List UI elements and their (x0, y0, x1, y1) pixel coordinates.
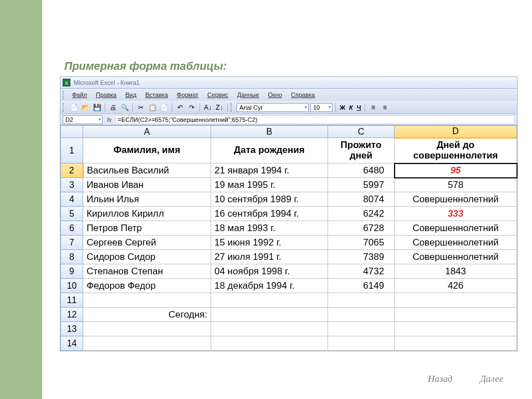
cell[interactable] (211, 293, 328, 308)
toolbar-handle-icon[interactable] (63, 103, 65, 112)
cell[interactable]: 7065 (328, 236, 394, 250)
row-header[interactable]: 9 (61, 264, 83, 279)
cell[interactable]: 7389 (328, 250, 394, 264)
toolbar-handle-icon[interactable] (63, 90, 65, 99)
align-left-icon[interactable]: ≡ (368, 103, 378, 112)
cell[interactable]: 426 (395, 279, 517, 293)
cell[interactable]: Совершеннолетний (395, 192, 517, 207)
save-icon[interactable]: 💾 (92, 103, 102, 112)
preview-icon[interactable]: 🔍 (120, 103, 130, 112)
cell[interactable]: Петров Петр (83, 221, 211, 236)
cell[interactable]: 19 мая 1995 г. (211, 178, 328, 192)
row-header[interactable]: 13 (61, 322, 83, 336)
paste-icon[interactable]: 📄 (159, 103, 169, 112)
menu-file[interactable]: Файл (68, 90, 91, 99)
cell[interactable]: Дата рождения (211, 138, 328, 163)
align-center-icon[interactable]: ≡ (380, 103, 390, 112)
fx-label[interactable]: fx (107, 116, 112, 123)
cell[interactable]: 18 мая 1993 г. (211, 221, 328, 236)
sort-asc-icon[interactable]: A↓ (203, 103, 213, 112)
menu-data[interactable]: Данные (233, 90, 263, 99)
cell[interactable]: 18 декабря 1994 г. (211, 279, 328, 293)
col-header-D[interactable]: D (395, 126, 517, 138)
row-header[interactable]: 1 (61, 138, 83, 163)
cell[interactable]: 27 июля 1991 г. (211, 250, 328, 264)
cell[interactable] (83, 322, 211, 336)
cell[interactable] (395, 293, 517, 308)
print-icon[interactable]: 🖨 (108, 103, 118, 112)
col-header-B[interactable]: B (211, 126, 328, 138)
cell[interactable]: 15 июня 1992 г. (211, 236, 328, 250)
menu-view[interactable]: Вид (121, 90, 140, 99)
cell[interactable] (395, 308, 517, 322)
row-header[interactable]: 7 (61, 236, 83, 250)
cell[interactable]: Ильин Илья (83, 192, 211, 207)
cell[interactable]: Сидоров Сидор (83, 250, 211, 264)
cell[interactable]: 5997 (328, 178, 394, 192)
cell[interactable]: Совершеннолетний (395, 250, 517, 264)
select-all-corner[interactable] (61, 126, 83, 138)
menu-edit[interactable]: Правка (92, 90, 120, 99)
cell[interactable]: 6149 (328, 279, 394, 293)
col-header-C[interactable]: C (328, 126, 394, 138)
row-header[interactable]: 3 (61, 178, 83, 192)
cell[interactable] (211, 322, 328, 336)
menu-tools[interactable]: Сервис (203, 90, 232, 99)
grid[interactable]: A B C D 1 Фамилия, имя Дата рождения Про… (60, 125, 517, 351)
underline-button[interactable]: Ч (356, 104, 362, 111)
cell[interactable]: 21 января 1994 г. (211, 163, 328, 178)
cell[interactable]: 04 ноября 1998 г. (211, 264, 328, 279)
cell[interactable] (395, 336, 517, 351)
cell[interactable]: 6242 (328, 207, 394, 221)
cell[interactable]: Федоров Федор (83, 279, 211, 293)
row-header[interactable]: 10 (61, 279, 83, 293)
cell[interactable] (83, 336, 211, 351)
menu-format[interactable]: Формат (173, 90, 202, 99)
row-header[interactable]: 5 (61, 207, 83, 221)
bold-button[interactable]: Ж (339, 104, 346, 111)
cell[interactable]: 578 (395, 178, 517, 192)
cell[interactable]: Иванов Иван (83, 178, 211, 192)
cell[interactable] (83, 293, 211, 308)
cell[interactable]: 8074 (328, 192, 394, 207)
undo-icon[interactable]: ↶ (175, 103, 185, 112)
cell[interactable]: 16 сентября 1994 г. (211, 207, 328, 221)
row-header[interactable]: 12 (61, 308, 83, 322)
font-size-selector[interactable]: 10 (310, 103, 332, 112)
cell[interactable]: 333 (395, 207, 517, 221)
open-icon[interactable]: 📂 (80, 103, 90, 112)
cell[interactable]: Совершеннолетний (395, 221, 517, 236)
nav-next-link[interactable]: Далее (480, 374, 503, 385)
cell[interactable]: Сергеев Сергей (83, 236, 211, 250)
row-header[interactable]: 11 (61, 293, 83, 308)
cell[interactable] (395, 322, 517, 336)
formula-input[interactable]: =ЕСЛИ(C2>=6575;"Совершеннолетний";6575-C… (115, 115, 515, 124)
cell[interactable]: 4732 (328, 264, 394, 279)
font-selector[interactable]: Arial Cyr (237, 103, 309, 112)
cell[interactable] (328, 308, 394, 322)
cell[interactable]: 10 сентября 1989 г. (211, 192, 328, 207)
cell[interactable]: Кириллов Кирилл (83, 207, 211, 221)
col-header-A[interactable]: A (83, 126, 211, 138)
redo-icon[interactable]: ↷ (187, 103, 197, 112)
cell[interactable] (328, 336, 394, 351)
cell[interactable] (328, 322, 394, 336)
cell[interactable]: 6480 (328, 163, 394, 178)
cell[interactable]: Степанов Степан (83, 264, 211, 279)
new-icon[interactable]: 📄 (69, 103, 79, 112)
cell[interactable] (211, 336, 328, 351)
menu-insert[interactable]: Вставка (141, 90, 172, 99)
cell[interactable]: Прожито дней (328, 138, 394, 163)
row-header[interactable]: 2 (61, 163, 83, 178)
cell[interactable]: 1843 (395, 264, 517, 279)
name-box[interactable]: D2 (63, 115, 103, 124)
menu-help[interactable]: Справка (287, 90, 319, 99)
toolbar-handle-icon[interactable] (231, 103, 233, 112)
row-header[interactable]: 4 (61, 192, 83, 207)
cell[interactable]: Васильев Василий (83, 163, 211, 178)
cell[interactable] (328, 293, 394, 308)
menu-window[interactable]: Окно (264, 90, 287, 99)
cell[interactable]: Сегодня: (83, 308, 211, 322)
cell[interactable] (211, 308, 328, 322)
row-header[interactable]: 6 (61, 221, 83, 236)
